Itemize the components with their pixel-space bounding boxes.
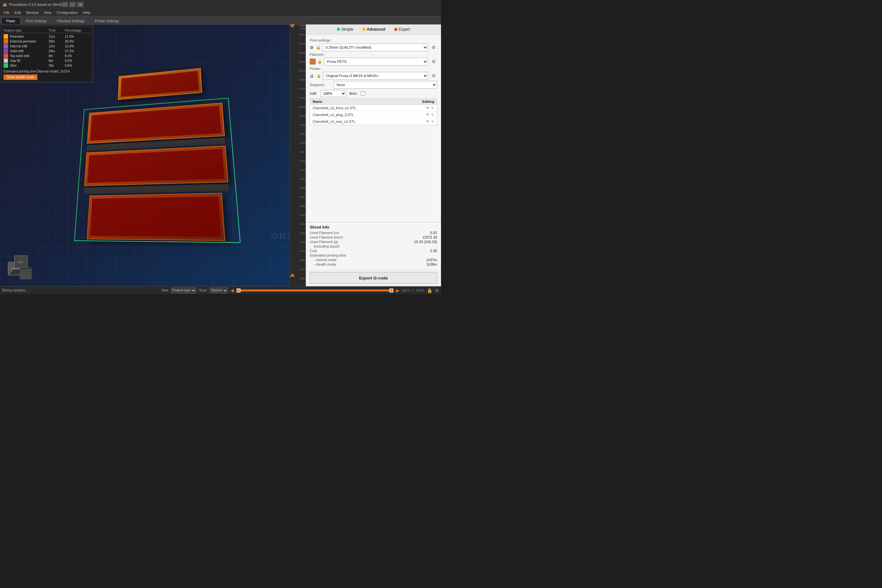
tab-filament-settings[interactable]: Filament Settings [52,17,89,24]
layers-icon[interactable] [20,267,32,280]
settings-icon-bottom[interactable]: ⚙ [435,288,439,293]
ruler-tick-0: 14.80 (74) [298,24,305,30]
export-gcode-button[interactable]: Export G-code [310,272,437,284]
ruler-tick-14: 8.00 [300,151,305,154]
view-cube[interactable]: FRONT TOP [6,254,32,280]
slider-left-handle[interactable] [237,288,240,292]
file-name-2: Clamshell_v2_rear_v2.STL [313,120,424,123]
file-row-1: Clamshell_v2_plug_3.STL 👁 ✎ [310,111,437,118]
filament-gear-button[interactable]: ⚙ [430,58,437,65]
edit-icon-0[interactable]: ✎ [431,106,434,110]
box-bottom-fill [90,196,221,237]
menu-edit[interactable]: Edit [12,10,24,15]
print-gear-button[interactable]: ⚙ [430,44,437,51]
maximize-button[interactable]: □ [69,2,76,7]
menu-configuration[interactable]: Configuration [54,10,80,15]
printer-preset-dropdown[interactable]: Original Prusa i3 MK3S & MK3S+ [323,72,428,80]
mode-advanced-label: Advanced [367,27,385,32]
eye-icon-1[interactable]: 👁 [426,112,430,117]
key-est-time: Estimated printing time: [310,254,347,257]
supports-row: Supports: None [310,81,437,88]
val-cost: 0.35 [430,249,437,253]
print-preset-dropdown[interactable]: 0.20mm QUALITY (modified) [323,44,428,51]
ruler-tick-27: 1.40 [300,268,305,271]
ruler-tick-19: 5.40 [300,196,305,199]
right-panel: Simple Advanced Expert Print settings : … [306,24,441,286]
filament-preset-row: 🔒 Prusa PETG ⚙ [310,58,437,66]
box-bottom [87,193,225,241]
tab-print-settings[interactable]: Print Settings [21,17,52,24]
menu-window[interactable]: Window [24,10,41,15]
title-text: PrusaSlicer-2.3.0 based on Slic3r [9,3,62,6]
ruler-tick-5: 12.40 [298,70,305,72]
key-filament-g: Used Filament (g) [310,240,338,244]
edit-icon-1[interactable]: ✎ [431,112,434,117]
printer-label: Printer : [310,67,332,70]
mode-expert-label: Expert [399,27,410,32]
expert-dot [394,28,398,31]
filament-preset-dropdown[interactable]: Prusa PETG [324,58,428,66]
slider-right-arrow[interactable]: ▶ [396,288,399,293]
info-stealth-mode: - stealth mode 1h38m [310,262,437,266]
menu-view[interactable]: View [41,10,54,15]
box-mid2 [84,146,228,186]
box-top-fill [121,71,199,97]
ruler-tick-24: 3.00 [300,241,305,244]
sliced-title: Sliced Info [310,225,437,230]
sliced-info: Sliced Info Used Filament (m) 5.02 Used … [306,222,441,270]
tab-bar: Plater Print Settings Filament Settings … [0,16,441,24]
minimize-button[interactable]: ─ [62,2,68,7]
status-text: Slicing complete... [2,288,159,292]
ruler-tick-22: 4.00 [300,223,305,226]
viewport[interactable]: Feature type Time Percentage Perimeter 1… [0,24,306,286]
eye-icon-0[interactable]: 👁 [426,106,430,110]
filament-label-row: Filament : [310,52,437,56]
info-spool: (including spool) [310,244,437,248]
edit-icon-2[interactable]: ✎ [431,119,434,124]
mode-simple-button[interactable]: Simple [335,26,355,32]
box-mid2-fill [87,149,224,183]
title-bar: 🦊 PrusaSlicer-2.3.0 based on Slic3r ─ □ … [0,0,441,9]
close-button[interactable]: ✕ [77,2,84,7]
supports-dropdown[interactable]: None [334,81,437,88]
slider-right-handle[interactable] [389,288,393,292]
key-cost: Cost [310,249,317,253]
file-name-0: Clamshell_v2_front_v2.STL [313,106,424,110]
info-cost: Cost 0.35 [310,249,437,253]
menu-bar: File Edit Window View Configuration Help [0,9,441,16]
horizontal-slider[interactable] [237,290,393,291]
lock-icon-bottom[interactable]: 🔒 [427,288,432,293]
mode-advanced-button[interactable]: Advanced [360,26,387,32]
mode-expert-button[interactable]: Expert [392,26,412,32]
info-filament-g: Used Filament (g) 15.33 (245.33) [310,240,437,244]
brim-label: Brim: [350,92,358,95]
ruler-tick-6: 12.00 [298,79,305,81]
slider-left-arrow[interactable]: ◀ [231,288,234,293]
ruler-tick-25: 2.40 [300,250,305,253]
key-normal-mode: - normal mode [310,258,336,262]
view-dropdown[interactable]: Feature type [171,288,196,293]
file-name-1: Clamshell_v2_plug_3.STL [313,113,424,117]
printer-gear-button[interactable]: ⚙ [430,72,437,79]
brim-checkbox[interactable] [361,91,365,96]
tab-printer-settings[interactable]: Printer Settings [90,17,124,24]
menu-help[interactable]: Help [80,10,93,15]
box-top [118,68,202,100]
ruler-tick-15: 7.40 [300,160,305,163]
supports-label: Supports: [310,83,332,87]
eye-icon-2[interactable]: 👁 [426,119,430,124]
right-coord: 68573 [416,289,424,292]
show-dropdown[interactable]: Options [210,288,228,293]
right-ruler: 14.80 (74)14.4014.0013.4013.0012.4012.00… [290,24,306,286]
printer-preset-row: 🖨 🔒 Original Prusa i3 MK3S & MK3S+ ⚙ [310,72,437,80]
simple-dot [337,28,340,31]
ruler-tick-18: 6.00 [300,187,305,190]
box-mid1-fill [90,106,222,141]
menu-file[interactable]: File [1,10,12,15]
infill-dropdown[interactable]: 100% [320,90,346,97]
info-filament-m: Used Filament (m) 5.02 [310,231,437,235]
view-label: View [161,288,168,292]
col-editing: Editing [422,100,434,104]
filament-color-swatch[interactable] [310,58,316,64]
tab-plater[interactable]: Plater [1,17,20,24]
